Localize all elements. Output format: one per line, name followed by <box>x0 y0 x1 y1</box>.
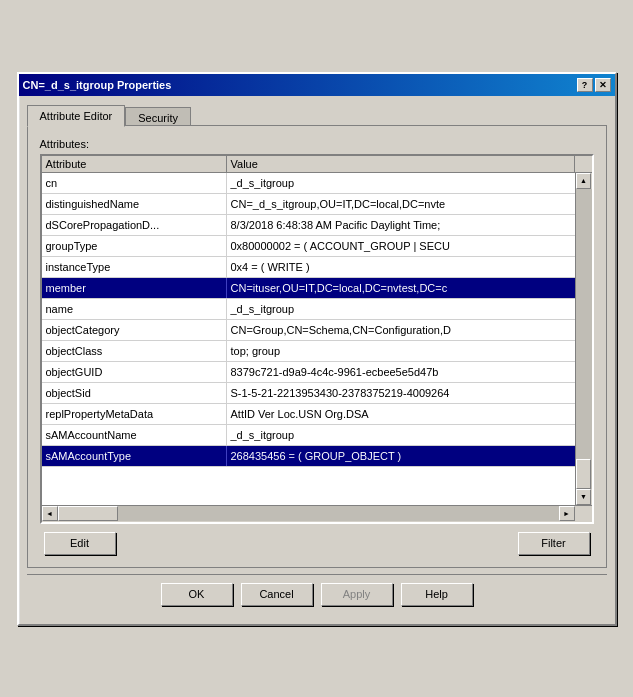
table-cell-attribute: instanceType <box>42 257 227 277</box>
table-cell-value: S-1-5-21-2213953430-2378375219-4009264 <box>227 383 575 403</box>
tab-content-attribute-editor: Attributes: Attribute Value <box>27 125 607 568</box>
table-cell-value: 8379c721-d9a9-4c4c-9961-ecbee5e5d47b <box>227 362 575 382</box>
table-cell-attribute: replPropertyMetaData <box>42 404 227 424</box>
table-cell-value: 8/3/2018 6:48:38 AM Pacific Daylight Tim… <box>227 215 575 235</box>
table-row[interactable]: objectSidS-1-5-21-2213953430-2378375219-… <box>42 383 575 404</box>
title-bar-buttons: ? ✕ <box>577 78 611 92</box>
table-row[interactable]: name_d_s_itgroup <box>42 299 575 320</box>
table-cell-attribute: dSCorePropagationD... <box>42 215 227 235</box>
table-cell-value: _d_s_itgroup <box>227 299 575 319</box>
table-row[interactable]: memberCN=ituser,OU=IT,DC=local,DC=nvtest… <box>42 278 575 299</box>
table-header: Attribute Value <box>42 156 592 173</box>
apply-button[interactable]: Apply <box>321 583 393 606</box>
table-cell-value: 0x80000002 = ( ACCOUNT_GROUP | SECU <box>227 236 575 256</box>
vertical-scrollbar[interactable]: ▲ ▼ <box>575 173 592 505</box>
col-header-value: Value <box>227 156 575 172</box>
title-bar: CN=_d_s_itgroup Properties ? ✕ <box>19 74 615 96</box>
scroll-down-button[interactable]: ▼ <box>576 489 591 505</box>
table-cell-value: CN=Group,CN=Schema,CN=Configuration,D <box>227 320 575 340</box>
table-row[interactable]: replPropertyMetaDataAttID Ver Loc.USN Or… <box>42 404 575 425</box>
table-row[interactable]: distinguishedNameCN=_d_s_itgroup,OU=IT,D… <box>42 194 575 215</box>
table-cell-attribute: member <box>42 278 227 298</box>
tab-strip: Attribute Editor Security <box>27 104 607 126</box>
table-row[interactable]: sAMAccountType268435456 = ( GROUP_OBJECT… <box>42 446 575 467</box>
attributes-label: Attributes: <box>40 138 594 150</box>
scroll-track-horizontal[interactable] <box>58 506 559 521</box>
table-cell-attribute: distinguishedName <box>42 194 227 214</box>
attributes-table-container: Attribute Value cn_d_s_itgroupdistinguis… <box>40 154 594 524</box>
edit-button[interactable]: Edit <box>44 532 116 555</box>
close-title-button[interactable]: ✕ <box>595 78 611 92</box>
table-row[interactable]: objectCategoryCN=Group,CN=Schema,CN=Conf… <box>42 320 575 341</box>
window-body: Attribute Editor Security Attributes: At… <box>19 96 615 624</box>
table-cell-value: 0x4 = ( WRITE ) <box>227 257 575 277</box>
scroll-up-button[interactable]: ▲ <box>576 173 591 189</box>
properties-window: CN=_d_s_itgroup Properties ? ✕ Attribute… <box>17 72 617 626</box>
table-cell-attribute: cn <box>42 173 227 193</box>
filter-button[interactable]: Filter <box>518 532 590 555</box>
window-title: CN=_d_s_itgroup Properties <box>23 79 172 91</box>
table-cell-value: AttID Ver Loc.USN Org.DSA <box>227 404 575 424</box>
tab-attribute-editor[interactable]: Attribute Editor <box>27 105 126 127</box>
table-row[interactable]: instanceType0x4 = ( WRITE ) <box>42 257 575 278</box>
table-cell-attribute: sAMAccountName <box>42 425 227 445</box>
table-cell-value: CN=ituser,OU=IT,DC=local,DC=nvtest,DC=c <box>227 278 575 298</box>
table-cell-attribute: name <box>42 299 227 319</box>
scroll-track-vertical[interactable] <box>576 189 592 489</box>
scroll-left-button[interactable]: ◄ <box>42 506 58 521</box>
table-row[interactable]: objectClasstop; group <box>42 341 575 362</box>
help-button[interactable]: Help <box>401 583 473 606</box>
table-row[interactable]: groupType0x80000002 = ( ACCOUNT_GROUP | … <box>42 236 575 257</box>
scroll-thumb-horizontal[interactable] <box>58 506 118 521</box>
table-cell-value: 268435456 = ( GROUP_OBJECT ) <box>227 446 575 466</box>
table-cell-value: _d_s_itgroup <box>227 425 575 445</box>
table-cell-attribute: objectClass <box>42 341 227 361</box>
bottom-button-row: OK Cancel Apply Help <box>27 574 607 616</box>
table-cell-value: top; group <box>227 341 575 361</box>
table-scroll-area[interactable]: cn_d_s_itgroupdistinguishedNameCN=_d_s_i… <box>42 173 575 505</box>
col-header-attribute: Attribute <box>42 156 227 172</box>
horizontal-scrollbar-container: ◄ ► <box>42 505 592 522</box>
help-title-button[interactable]: ? <box>577 78 593 92</box>
scroll-thumb-vertical[interactable] <box>576 459 591 489</box>
edit-filter-row: Edit Filter <box>40 532 594 555</box>
table-row[interactable]: objectGUID8379c721-d9a9-4c4c-9961-ecbee5… <box>42 362 575 383</box>
table-cell-attribute: objectSid <box>42 383 227 403</box>
table-cell-attribute: groupType <box>42 236 227 256</box>
ok-button[interactable]: OK <box>161 583 233 606</box>
table-cell-attribute: sAMAccountType <box>42 446 227 466</box>
table-row[interactable]: dSCorePropagationD...8/3/2018 6:48:38 AM… <box>42 215 575 236</box>
table-cell-value: CN=_d_s_itgroup,OU=IT,DC=local,DC=nvte <box>227 194 575 214</box>
scroll-right-button[interactable]: ► <box>559 506 575 521</box>
cancel-button[interactable]: Cancel <box>241 583 313 606</box>
table-row[interactable]: cn_d_s_itgroup <box>42 173 575 194</box>
table-cell-attribute: objectCategory <box>42 320 227 340</box>
table-row[interactable]: sAMAccountName_d_s_itgroup <box>42 425 575 446</box>
table-cell-value: _d_s_itgroup <box>227 173 575 193</box>
table-cell-attribute: objectGUID <box>42 362 227 382</box>
